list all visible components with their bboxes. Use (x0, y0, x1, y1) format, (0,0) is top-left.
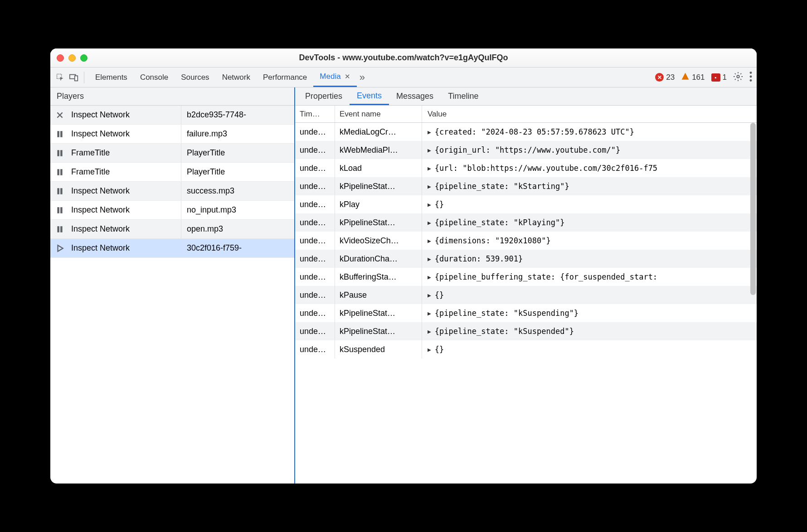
player-row[interactable]: FrameTitlePlayerTitle (50, 163, 294, 182)
event-value: ▶{} (422, 195, 757, 213)
event-row[interactable]: unde…kPause▶{} (295, 286, 757, 304)
event-value: ▶{pipeline_buffering_state: {for_suspend… (422, 268, 757, 286)
player-frame-title: FrameTitle (69, 148, 181, 158)
toolbar-right: ✕ 23 161 ▪ 1 (655, 72, 752, 83)
event-value: ▶{pipeline_state: "kPlaying"} (422, 213, 757, 232)
player-title: failure.mp3 (181, 125, 294, 143)
header-timestamp[interactable]: Tim… (295, 106, 335, 122)
header-event-name[interactable]: Event name (335, 106, 422, 122)
close-window-button[interactable] (57, 54, 64, 62)
tab-elements[interactable]: Elements (89, 68, 134, 87)
event-value: ▶{created: "2024-08-23 05:57:59.678623 U… (422, 123, 757, 141)
player-row[interactable]: FrameTitlePlayerTitle (50, 144, 294, 163)
event-row[interactable]: unde…kPlay▶{} (295, 195, 757, 213)
event-timestamp: unde… (295, 232, 335, 250)
player-title: PlayerTitle (181, 163, 294, 181)
zoom-window-button[interactable] (80, 54, 88, 62)
event-row[interactable]: unde…kBufferingSta…▶{pipeline_buffering_… (295, 268, 757, 286)
player-row[interactable]: Inspect Networksuccess.mp3 (50, 182, 294, 201)
disclosure-triangle-icon[interactable]: ▶ (428, 346, 431, 353)
players-sidebar: Players Inspect Networkb2dce935-7748-Ins… (50, 87, 295, 484)
player-frame-title: Inspect Network (69, 186, 181, 196)
event-row[interactable]: unde…kMediaLogCr…▶{created: "2024-08-23 … (295, 123, 757, 141)
pause-icon (50, 130, 69, 138)
player-frame-title: Inspect Network (69, 243, 181, 253)
event-value: ▶{url: "blob:https://www.youtube.com/30c… (422, 159, 757, 177)
svg-rect-7 (57, 131, 59, 137)
event-row[interactable]: unde…kSuspended▶{} (295, 340, 757, 358)
disclosure-triangle-icon[interactable]: ▶ (428, 310, 431, 317)
tab-media[interactable]: Media ✕ (313, 68, 356, 87)
more-options-icon[interactable] (749, 72, 752, 83)
tab-console[interactable]: Console (134, 68, 175, 87)
event-row[interactable]: unde…kPipelineStat…▶{pipeline_state: "kP… (295, 213, 757, 232)
player-row[interactable]: Inspect Networkfailure.mp3 (50, 125, 294, 144)
svg-rect-15 (57, 207, 59, 213)
svg-rect-8 (60, 131, 63, 137)
subtab-timeline[interactable]: Timeline (441, 87, 486, 105)
inspect-element-icon[interactable] (55, 72, 66, 83)
event-name: kVideoSizeCh… (335, 232, 422, 250)
event-name: kLoad (335, 159, 422, 177)
settings-icon[interactable] (733, 72, 743, 83)
event-timestamp: unde… (295, 213, 335, 232)
player-row[interactable]: Inspect Network30c2f016-f759- (50, 239, 294, 258)
disclosure-triangle-icon[interactable]: ▶ (428, 165, 431, 172)
tab-performance[interactable]: Performance (257, 68, 313, 87)
event-name: kSuspended (335, 340, 422, 358)
event-row[interactable]: unde…kPipelineStat…▶{pipeline_state: "kS… (295, 322, 757, 340)
warnings-badge[interactable]: 161 (681, 72, 705, 83)
device-toolbar-icon[interactable] (68, 72, 79, 83)
event-row[interactable]: unde…kPipelineStat…▶{pipeline_state: "kS… (295, 177, 757, 195)
main-panel: Properties Events Messages Timeline Tim…… (295, 87, 757, 484)
subtab-messages[interactable]: Messages (389, 87, 441, 105)
disclosure-triangle-icon[interactable]: ▶ (428, 183, 431, 190)
player-frame-title: Inspect Network (69, 224, 181, 234)
minimize-window-button[interactable] (68, 54, 76, 62)
svg-rect-17 (57, 226, 59, 232)
subtab-events[interactable]: Events (350, 87, 389, 105)
event-name: kPlay (335, 195, 422, 213)
event-timestamp: unde… (295, 322, 335, 340)
header-value[interactable]: Value (422, 106, 757, 122)
panel-tabs: Elements Console Sources Network Perform… (89, 68, 362, 87)
event-timestamp: unde… (295, 123, 335, 141)
event-row[interactable]: unde…kWebMediaPl…▶{origin_url: "https://… (295, 141, 757, 159)
disclosure-triangle-icon[interactable]: ▶ (428, 201, 431, 208)
subtab-properties[interactable]: Properties (298, 87, 350, 105)
event-value: ▶{pipeline_state: "kStarting"} (422, 177, 757, 195)
event-value: ▶{dimensions: "1920x1080"} (422, 232, 757, 250)
close-tab-icon[interactable]: ✕ (345, 73, 350, 81)
event-timestamp: unde… (295, 304, 335, 322)
more-tabs-icon[interactable]: » (360, 72, 362, 83)
disclosure-triangle-icon[interactable]: ▶ (428, 274, 431, 281)
svg-point-3 (737, 75, 739, 78)
event-timestamp: unde… (295, 268, 335, 286)
player-row[interactable]: Inspect Networkb2dce935-7748- (50, 106, 294, 125)
scrollbar-thumb[interactable] (750, 123, 756, 295)
issues-badge[interactable]: ▪ 1 (711, 73, 727, 82)
player-row[interactable]: Inspect Networkopen.mp3 (50, 220, 294, 239)
event-row[interactable]: unde…kVideoSizeCh…▶{dimensions: "1920x10… (295, 232, 757, 250)
event-name: kPipelineStat… (335, 304, 422, 322)
disclosure-triangle-icon[interactable]: ▶ (428, 256, 431, 262)
event-value: ▶{pipeline_state: "kSuspending"} (422, 304, 757, 322)
disclosure-triangle-icon[interactable]: ▶ (428, 147, 431, 154)
tab-sources[interactable]: Sources (175, 68, 215, 87)
event-row[interactable]: unde…kLoad▶{url: "blob:https://www.youtu… (295, 159, 757, 177)
disclosure-triangle-icon[interactable]: ▶ (428, 328, 431, 335)
event-timestamp: unde… (295, 250, 335, 268)
titlebar: DevTools - www.youtube.com/watch?v=e1gAy… (50, 48, 757, 68)
disclosure-triangle-icon[interactable]: ▶ (428, 237, 431, 244)
tab-network[interactable]: Network (216, 68, 257, 87)
event-row[interactable]: unde…kDurationCha…▶{duration: 539.901} (295, 250, 757, 268)
disclosure-triangle-icon[interactable]: ▶ (428, 219, 431, 226)
disclosure-triangle-icon[interactable]: ▶ (428, 292, 431, 299)
disclosure-triangle-icon[interactable]: ▶ (428, 129, 431, 135)
event-row[interactable]: unde…kPipelineStat…▶{pipeline_state: "kS… (295, 304, 757, 322)
svg-rect-10 (60, 150, 63, 156)
traffic-lights (57, 54, 88, 62)
errors-badge[interactable]: ✕ 23 (655, 73, 675, 82)
player-row[interactable]: Inspect Networkno_input.mp3 (50, 201, 294, 220)
content-area: Players Inspect Networkb2dce935-7748-Ins… (50, 87, 757, 484)
